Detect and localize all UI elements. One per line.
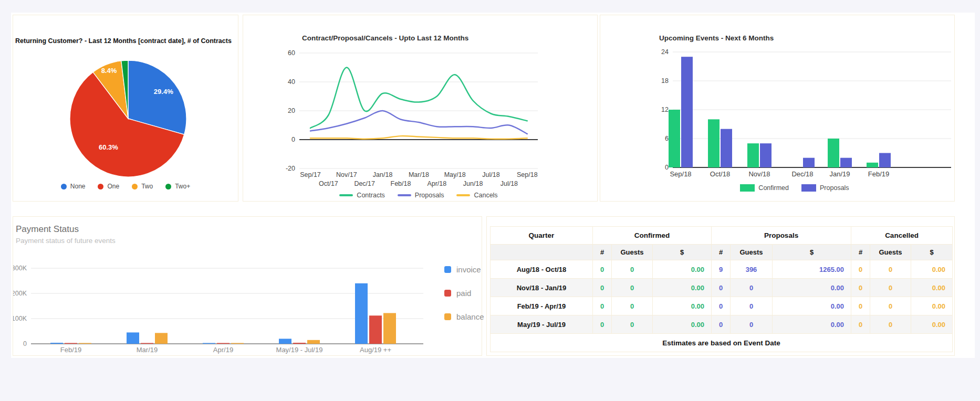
sub-header--6: $ (773, 245, 851, 260)
axis-label: Mar/18 (409, 171, 429, 178)
legend-item-confirmed[interactable]: Confirmed (740, 184, 789, 192)
legend-label: Two+ (175, 183, 190, 190)
legend-lineswatch-swatch (398, 194, 411, 196)
group-header-quarter: Quarter (491, 227, 593, 245)
sub-header--4: # (712, 245, 731, 260)
upcoming-events-title: Upcoming Events - Next 6 Months (659, 34, 774, 42)
proposals-guests-cell: 0 (731, 297, 773, 315)
bar-confirmed-sep-18[interactable] (669, 110, 680, 167)
contract-proposal-cancels-chart: -200204060Sep/17Oct/17Nov/17Dec/17Jan/18… (243, 15, 597, 201)
confirmed-count-cell: 0 (593, 315, 612, 334)
proposals-count-cell: 9 (712, 260, 731, 279)
bar-proposals-dec-18[interactable] (803, 158, 815, 167)
bar-confirmed-jan-19[interactable] (828, 139, 839, 167)
sub-header--1: # (593, 245, 612, 260)
bar-invoice-apr-19[interactable] (203, 343, 215, 344)
sub-header-guests-5: Guests (731, 245, 773, 260)
legend-item-invoice[interactable]: invoice (444, 265, 481, 274)
series-line-contracts[interactable] (310, 67, 527, 128)
axis-label: 12 (661, 106, 669, 113)
cancelled-amount-cell: 0.00 (911, 297, 953, 315)
axis-label: 24 (661, 48, 669, 56)
bar-paid-feb-19[interactable] (65, 343, 77, 344)
bar-balance-apr-19[interactable] (231, 343, 244, 344)
upcoming-events-legend: ConfirmedProposals (653, 184, 936, 192)
legend-item-one[interactable]: One (98, 183, 119, 190)
legend-item-cancels[interactable]: Cancels (456, 192, 497, 199)
bar-confirmed-feb-19[interactable] (867, 163, 878, 167)
returning-customer-card: 29.4%60.3%8.4% Returning Customer? - Las… (13, 15, 238, 202)
quarter-cell: May/19 - Jul/19 (491, 315, 593, 334)
confirmed-guests-cell: 0 (612, 260, 653, 279)
contract-proposal-cancels-card: -200204060Sep/17Oct/17Nov/17Dec/17Jan/18… (243, 15, 598, 202)
confirmed-amount-cell: 0.00 (653, 297, 712, 315)
table-sub-header-row: #Guests$#Guests$#Guests$ (491, 245, 953, 260)
bar-proposals-nov-18[interactable] (760, 143, 772, 167)
axis-label: Sep/18 (670, 170, 691, 178)
table-group-header-row: QuarterConfirmedProposalsCancelled (491, 227, 953, 245)
axis-label: Dec/18 (791, 170, 813, 178)
confirmed-count-cell: 0 (593, 260, 612, 279)
table-footer-note: Estimates are based on Event Date (491, 334, 953, 352)
axis-label: May/18 (444, 171, 466, 178)
confirmed-count-cell: 0 (593, 279, 612, 297)
axis-label: Sep/17 (300, 171, 321, 178)
axis-label: 18 (661, 77, 669, 85)
legend-item-contracts[interactable]: Contracts (339, 192, 385, 199)
bar-invoice-feb-19[interactable] (50, 343, 63, 344)
proposals-guests-cell: 0 (731, 315, 773, 334)
pie-slice-label: 60.3% (99, 143, 118, 151)
returning-customer-title: Returning Customer? - Last 12 Months [co… (15, 37, 232, 45)
axis-label: May/19 - Jul/19 (276, 346, 323, 354)
bar-balance-aug-19[interactable] (383, 313, 396, 344)
cancelled-guests-cell: 0 (870, 315, 911, 334)
axis-label: Sep/18 (517, 171, 538, 178)
bar-paid-mar-19[interactable] (141, 343, 153, 344)
bar-invoice-aug-19[interactable] (355, 283, 368, 344)
legend-label: Proposals (820, 184, 849, 192)
proposals-amount-cell: 1265.00 (773, 260, 851, 279)
bar-balance-feb-19[interactable] (79, 343, 91, 344)
bar-balance-may-19-jul-19[interactable] (307, 340, 320, 344)
group-header-confirmed: Confirmed (593, 227, 712, 245)
bar-confirmed-nov-18[interactable] (747, 143, 759, 167)
bar-invoice-mar-19[interactable] (127, 332, 139, 344)
bar-proposals-sep-18[interactable] (681, 57, 693, 167)
payment-status-card: 0100K200K300KFeb/19Mar/19Apr/19May/19 - … (13, 216, 482, 356)
analytics-dashboard: { "page": {"bg": "#f5f5fa", "card_bg": "… (0, 0, 980, 401)
table-row-aug-18-oct-18: Aug/18 - Oct/18000.0093961265.00000.00 (491, 260, 953, 279)
legend-item-balance[interactable]: balance (444, 312, 484, 321)
bar-proposals-oct-18[interactable] (721, 129, 732, 167)
quarterly-summary-card: QuarterConfirmedProposalsCancelled#Guest… (486, 216, 955, 356)
axis-label: 200K (13, 290, 27, 297)
axis-label: Apr/18 (427, 180, 446, 187)
series-line-cancels[interactable] (310, 136, 527, 139)
legend-item-two[interactable]: Two+ (165, 183, 190, 190)
axis-label: 0 (23, 340, 27, 347)
cancelled-amount-cell: 0.00 (911, 315, 953, 334)
bar-paid-apr-19[interactable] (217, 343, 230, 344)
bar-proposals-feb-19[interactable] (879, 153, 891, 168)
bar-paid-aug-19[interactable] (369, 315, 382, 344)
bar-balance-mar-19[interactable] (155, 333, 168, 344)
bar-paid-may-19-jul-19[interactable] (293, 343, 306, 344)
confirmed-amount-cell: 0.00 (653, 315, 712, 334)
quarter-cell: Feb/19 - Apr/19 (491, 297, 593, 315)
legend-label: Confirmed (758, 184, 789, 192)
group-header-proposals: Proposals (712, 227, 851, 245)
cancelled-guests-cell: 0 (870, 260, 911, 279)
legend-item-two[interactable]: Two (132, 183, 153, 190)
axis-label: Jul/18 (501, 180, 518, 187)
bar-proposals-jan-19[interactable] (840, 158, 852, 167)
legend-item-proposals[interactable]: Proposals (801, 184, 849, 192)
legend-dot-swatch (165, 184, 171, 189)
legend-item-proposals[interactable]: Proposals (398, 192, 444, 199)
axis-label: 60 (288, 49, 295, 57)
bar-confirmed-oct-18[interactable] (708, 119, 720, 167)
confirmed-guests-cell: 0 (612, 279, 653, 297)
table-footer-row: Estimates are based on Event Date (491, 334, 953, 352)
axis-label: Dec/17 (354, 180, 375, 187)
legend-item-paid[interactable]: paid (444, 289, 471, 298)
bar-invoice-may-19-jul-19[interactable] (279, 339, 291, 344)
legend-item-none[interactable]: None (61, 183, 86, 190)
